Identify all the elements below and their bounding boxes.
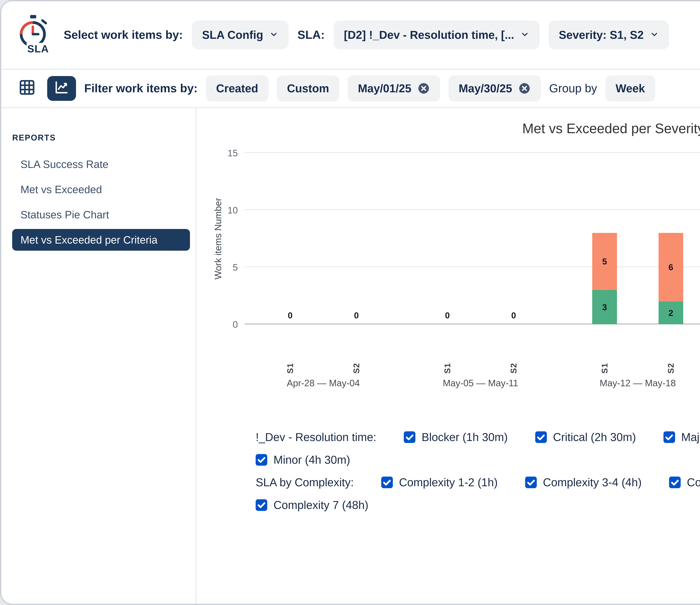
xlabel-group: S1S2 [559, 363, 700, 373]
filter-checkbox[interactable]: Major (3h 30m) [664, 431, 700, 444]
viewport: SLA Select work items by: SLA Config SLA… [0, 0, 700, 605]
checkbox-label: Complexity 7 (48h) [273, 499, 368, 512]
bar-group: 00 [402, 153, 559, 324]
checkbox-label: Critical (2h 30m) [553, 431, 636, 444]
bar-s1: 53 [592, 153, 617, 324]
created-filter-button[interactable]: Created [206, 75, 269, 101]
checkbox-label: Major (3h 30m) [681, 431, 700, 444]
y-tick-label: 15 [227, 148, 238, 159]
date-to-button[interactable]: May/30/25 [448, 75, 541, 101]
checkbox-label: Complexity 5-6 (12h) [687, 476, 700, 489]
bar-value-label: 0 [278, 311, 302, 320]
y-tick-label: 0 [233, 319, 238, 330]
date-from-value: May/01/25 [358, 82, 411, 95]
line-chart-icon [54, 80, 69, 97]
bar-s2: 0 [344, 153, 369, 324]
toolbar: Filter work items by: Created Custom May… [1, 70, 700, 108]
clear-date-to-icon[interactable] [518, 82, 531, 95]
filter-checkbox[interactable]: Blocker (1h 30m) [404, 431, 508, 444]
bar-segment-exceeded: 5 [592, 233, 617, 290]
checkbox-checked-icon[interactable] [256, 499, 267, 511]
xlabel-group: S1S2 [245, 363, 402, 373]
checkbox-checked-icon[interactable] [664, 431, 675, 443]
content: REPORTS SLA Success RateMet vs ExceededS… [1, 108, 700, 604]
bar-s1: 0 [278, 153, 302, 324]
sidebar: REPORTS SLA Success RateMet vs ExceededS… [1, 108, 197, 604]
severity-axis-slot: S1 [592, 363, 617, 373]
checkbox-checked-icon[interactable] [256, 454, 267, 466]
custom-filter-button[interactable]: Custom [277, 75, 340, 101]
filter-checkbox[interactable]: Complexity 7 (48h) [256, 499, 368, 512]
clear-date-from-icon[interactable] [418, 82, 430, 95]
chart-title: Met vs Exceeded per Severity: S1, S2 [245, 121, 700, 137]
select-work-items-label: Select work items by: [64, 28, 183, 42]
filters-section: !_Dev - Resolution time:Blocker (1h 30m)… [256, 431, 700, 512]
filter-checkbox[interactable]: Critical (2h 30m) [535, 431, 636, 444]
checkbox-label: Complexity 1-2 (1h) [399, 476, 498, 489]
y-axis-title: Work items Number [212, 198, 223, 280]
chevron-down-icon [520, 28, 529, 42]
checkbox-checked-icon[interactable] [669, 477, 681, 488]
severity-value: Severity: S1, S2 [559, 28, 644, 42]
severity-axis-slot: S1 [435, 363, 459, 373]
date-from-button[interactable]: May/01/25 [348, 75, 440, 101]
checkbox-label: Minor (4h 30m) [273, 453, 350, 466]
filter-checkbox[interactable]: Complexity 5-6 (12h) [669, 476, 700, 489]
sidebar-item[interactable]: Statuses Pie Chart [12, 204, 190, 226]
chart-body: Work items Number 000053627410300 051015… [245, 153, 700, 388]
checkbox-checked-icon[interactable] [404, 431, 416, 443]
bar-value-label: 0 [344, 311, 369, 320]
sidebar-item[interactable]: SLA Success Rate [12, 153, 190, 175]
checkbox-checked-icon[interactable] [525, 477, 537, 488]
checkbox-label: Complexity 3-4 (4h) [543, 476, 642, 489]
checkbox-label: Blocker (1h 30m) [422, 431, 508, 444]
checkbox-checked-icon[interactable] [535, 431, 547, 443]
filter-checkbox[interactable]: Complexity 3-4 (4h) [525, 476, 642, 489]
chart-area: Met vs Exceeded per Severity: S1, S2 Wor… [197, 108, 700, 388]
sla-select-dropdown[interactable]: [D2] !_Dev - Resolution time, [... [334, 21, 540, 49]
group-by-dropdown[interactable]: Week [605, 75, 655, 101]
checkbox-checked-icon[interactable] [381, 477, 393, 488]
group-by-label: Group by [549, 82, 597, 95]
y-tick-label: 10 [227, 205, 238, 216]
app-header: SLA Select work items by: SLA Config SLA… [1, 1, 700, 70]
logo-text: SLA [27, 43, 50, 55]
severity-axis-label: S2 [352, 363, 361, 373]
filter-checkbox[interactable]: Complexity 1-2 (1h) [381, 476, 498, 489]
bar-segment-met: 3 [592, 290, 617, 324]
sla-config-label: SLA Config [202, 28, 263, 42]
sla-logo: SLA [15, 14, 55, 55]
severity-axis-label: S1 [285, 363, 295, 373]
group-by-value: Week [616, 82, 645, 95]
xlabels-row: S1S2S1S2S1S2S1S2S1S2 [245, 363, 700, 373]
bars-row: 000053627410300 [245, 153, 700, 324]
reports-heading: REPORTS [12, 133, 190, 142]
table-view-button[interactable] [15, 75, 39, 101]
bar-value-label: 0 [435, 311, 459, 320]
created-label: Created [216, 82, 258, 95]
severity-axis-slot: S2 [344, 363, 369, 373]
filter-group-label: SLA by Complexity: [256, 476, 354, 489]
filter-group-label: !_Dev - Resolution time: [256, 431, 376, 444]
bar-s2: 0 [501, 153, 526, 324]
chart-view-button[interactable] [47, 76, 76, 101]
severity-dropdown[interactable]: Severity: S1, S2 [549, 21, 669, 49]
week-axis-label: Apr-28 — May-04 [245, 378, 402, 388]
xlabel-group: S1S2 [402, 363, 559, 373]
sla-label: SLA: [298, 28, 325, 42]
app-window: SLA Select work items by: SLA Config SLA… [0, 0, 700, 605]
sidebar-item[interactable]: Met vs Exceeded [12, 178, 190, 200]
severity-axis-label: S2 [666, 363, 675, 373]
sidebar-item[interactable]: Met vs Exceeded per Criteria [12, 229, 190, 251]
bar-s2: 62 [658, 153, 683, 324]
y-tick-label: 5 [233, 262, 238, 273]
filter-work-items-label: Filter work items by: [84, 82, 198, 95]
bar-group: 00 [245, 153, 402, 324]
filter-checkbox[interactable]: Minor (4h 30m) [256, 453, 350, 466]
week-axis-label: May-05 — May-11 [402, 378, 559, 388]
sla-config-dropdown[interactable]: SLA Config [192, 21, 289, 49]
chevron-down-icon [650, 28, 659, 42]
severity-axis-label: S1 [600, 363, 609, 373]
weeks-row: Apr-28 — May-04May-05 — May-11May-12 — M… [245, 378, 700, 388]
custom-label: Custom [287, 82, 329, 95]
